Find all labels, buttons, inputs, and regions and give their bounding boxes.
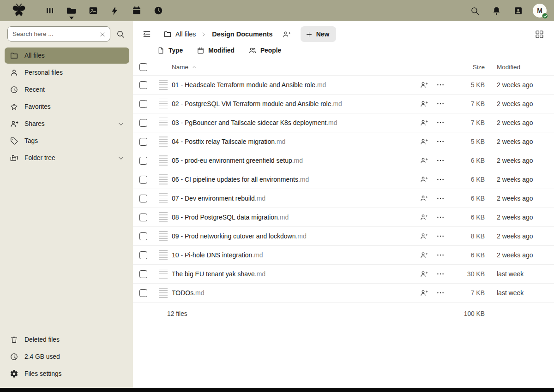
share-button[interactable] [416, 248, 431, 262]
file-row[interactable]: 07 - Dev environment rebuild.md 6 KB 2 w… [133, 189, 554, 208]
share-button[interactable] [416, 115, 431, 130]
row-checkbox[interactable] [139, 214, 147, 221]
sidebar-item-deleted-files[interactable]: Deleted files [5, 332, 129, 348]
file-name[interactable]: 02 - PostgreSQL VM Terraform module and … [172, 100, 416, 107]
share-button[interactable] [416, 134, 431, 149]
row-checkbox[interactable] [139, 195, 147, 202]
row-checkbox[interactable] [139, 119, 147, 127]
file-name[interactable]: 04 - Postfix relay Tailscale migration.m… [172, 138, 416, 145]
filter-modified[interactable]: Modified [197, 47, 235, 54]
file-modified: 2 weeks ago [494, 81, 540, 89]
share-button[interactable] [416, 285, 431, 300]
sidebar-item-files-settings[interactable]: Files settings [5, 366, 129, 382]
share-button[interactable] [416, 229, 431, 244]
row-actions-menu-button[interactable] [433, 191, 448, 206]
row-checkbox[interactable] [139, 157, 147, 165]
share-button[interactable] [416, 77, 431, 92]
share-button[interactable] [416, 172, 431, 187]
file-name[interactable]: The big EU tenant yak shave.md [172, 270, 416, 278]
row-checkbox[interactable] [139, 100, 147, 108]
file-row[interactable]: 05 - prod-eu environment greenfield setu… [133, 151, 554, 170]
row-checkbox[interactable] [139, 270, 147, 278]
row-checkbox[interactable] [139, 176, 147, 184]
row-actions-menu-button[interactable] [433, 96, 448, 111]
file-name[interactable]: TODOs.md [172, 289, 416, 297]
share-folder-button[interactable] [279, 27, 294, 42]
sidebar-item-recent[interactable]: Recent [5, 82, 129, 98]
column-header-modified[interactable]: Modified [494, 64, 540, 71]
row-actions-menu-button[interactable] [433, 172, 448, 187]
row-checkbox[interactable] [139, 138, 147, 146]
row-actions-menu-button[interactable] [433, 77, 448, 92]
row-actions-menu-button[interactable] [433, 115, 448, 130]
unified-search-button[interactable] [468, 1, 482, 20]
dashboard-app-button[interactable] [43, 0, 56, 21]
row-actions-menu-button[interactable] [433, 210, 448, 225]
file-name[interactable]: 03 - PgBouncer and Tailscale sidecar K8s… [172, 119, 416, 126]
breadcrumb-current[interactable]: Design Documents [212, 30, 272, 38]
search-input[interactable] [7, 26, 110, 42]
files-content: All files Design Documents New [133, 21, 554, 388]
row-actions-menu-button[interactable] [433, 229, 448, 244]
file-name[interactable]: 10 - Pi-hole DNS integration.md [172, 251, 416, 259]
file-row[interactable]: 02 - PostgreSQL VM Terraform module and … [133, 95, 554, 113]
file-row[interactable]: The big EU tenant yak shave.md 30 KB las… [133, 265, 554, 284]
chevron-down-icon[interactable] [117, 154, 125, 162]
file-row[interactable]: 01 - Headscale Terraform module and Ansi… [133, 76, 554, 95]
row-actions-menu-button[interactable] [433, 248, 448, 262]
file-row[interactable]: 03 - PgBouncer and Tailscale sidecar K8s… [133, 113, 554, 132]
sort-by-name[interactable]: Name [172, 64, 416, 71]
file-row[interactable]: 10 - Pi-hole DNS integration.md 6 KB 2 w… [133, 246, 554, 265]
file-row[interactable]: 06 - CI pipeline updates for all environ… [133, 170, 554, 189]
sidebar-item-all-files[interactable]: All files [5, 48, 129, 64]
calendar-app-button[interactable] [130, 0, 143, 21]
contacts-menu-button[interactable] [511, 1, 525, 20]
file-name[interactable]: 05 - prod-eu environment greenfield setu… [172, 157, 416, 164]
file-name[interactable]: 07 - Dev environment rebuild.md [172, 195, 416, 202]
row-checkbox[interactable] [139, 251, 147, 259]
row-checkbox[interactable] [139, 81, 147, 89]
filter-people[interactable]: People [248, 46, 281, 54]
row-actions-menu-button[interactable] [433, 153, 448, 168]
share-button[interactable] [416, 210, 431, 225]
sidebar-item-favorites[interactable]: Favorites [5, 99, 129, 115]
file-row[interactable]: TODOs.md 7 KB last week [133, 284, 554, 303]
file-row[interactable]: 04 - Postfix relay Tailscale migration.m… [133, 132, 554, 151]
row-checkbox[interactable] [139, 232, 147, 240]
file-row[interactable]: 08 - Prod PostgreSQL data migration.md 6… [133, 208, 554, 227]
notifications-button[interactable] [489, 1, 503, 20]
grid-view-toggle-button[interactable] [531, 26, 548, 42]
select-all-checkbox[interactable] [139, 63, 147, 71]
file-name[interactable]: 09 - Prod networking cutover and lockdow… [172, 232, 416, 240]
share-button[interactable] [416, 153, 431, 168]
breadcrumb-root[interactable]: All files [163, 30, 196, 38]
file-name[interactable]: 06 - CI pipeline updates for all environ… [172, 176, 416, 183]
sidebar-item-tags[interactable]: Tags [5, 133, 129, 149]
files-app-button[interactable] [65, 0, 78, 21]
share-button[interactable] [416, 267, 431, 281]
column-header-size[interactable]: Size [454, 64, 494, 71]
row-actions-menu-button[interactable] [433, 285, 448, 300]
share-button[interactable] [416, 191, 431, 206]
file-modified: 2 weeks ago [494, 195, 540, 202]
filter-type[interactable]: Type [157, 47, 183, 54]
collapse-sidebar-button[interactable] [139, 27, 154, 42]
new-button[interactable]: New [301, 26, 336, 42]
row-actions-menu-button[interactable] [433, 134, 448, 149]
file-name[interactable]: 08 - Prod PostgreSQL data migration.md [172, 214, 416, 221]
row-actions-menu-button[interactable] [433, 267, 448, 281]
user-avatar[interactable]: M [533, 4, 547, 18]
file-name[interactable]: 01 - Headscale Terraform module and Ansi… [172, 81, 416, 89]
clock-app-button[interactable] [152, 0, 164, 21]
clear-search-button[interactable] [97, 29, 108, 40]
sidebar-item-folder-tree[interactable]: Folder tree [5, 150, 129, 166]
photos-app-button[interactable] [87, 0, 99, 21]
row-checkbox[interactable] [139, 289, 147, 297]
sidebar-search-button[interactable] [114, 27, 127, 41]
file-row[interactable]: 09 - Prod networking cutover and lockdow… [133, 227, 554, 246]
sidebar-item-personal-files[interactable]: Personal files [5, 65, 129, 81]
share-button[interactable] [416, 96, 431, 111]
chevron-down-icon[interactable] [117, 120, 125, 128]
activity-app-button[interactable] [108, 0, 121, 21]
sidebar-item-shares[interactable]: Shares [5, 116, 129, 132]
